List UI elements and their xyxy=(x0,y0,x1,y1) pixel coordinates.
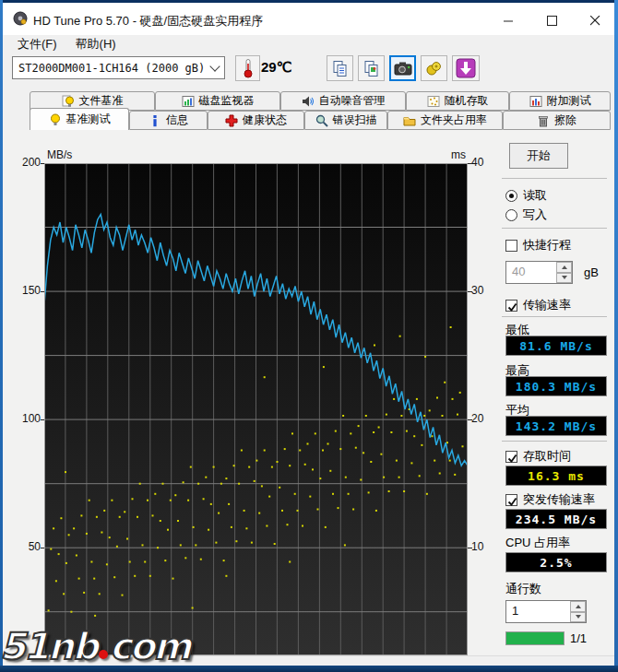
tab-disk-monitor[interactable]: 磁盘监视器 xyxy=(155,91,280,111)
access-time-dot xyxy=(281,510,283,512)
access-time-label: 存取时间 xyxy=(523,448,571,465)
access-time-dot xyxy=(126,538,128,540)
access-time-dot xyxy=(241,450,243,452)
access-time-dot xyxy=(266,525,267,527)
copy-image-button[interactable] xyxy=(358,55,385,81)
access-time-dot xyxy=(106,563,108,565)
access-time-dot xyxy=(203,498,205,500)
access-time-dot xyxy=(264,450,266,452)
access-time-dot xyxy=(297,510,299,512)
burst-rate-checkbox[interactable]: 突发传输速率 xyxy=(505,491,595,508)
tab-error-scan[interactable]: 错误扫描 xyxy=(304,111,387,130)
left-axis-tick: 150 xyxy=(17,284,41,297)
access-time-dot xyxy=(65,471,66,473)
progress-bar xyxy=(505,631,565,645)
tab-erase[interactable]: 擦除 xyxy=(503,111,611,130)
access-time-dot xyxy=(360,479,362,481)
tab-auto-acoustic[interactable]: 自动噪音管理 xyxy=(280,91,406,111)
access-time-dot xyxy=(258,513,260,514)
screenshot-button[interactable] xyxy=(389,55,416,81)
access-time-dot xyxy=(245,527,247,529)
radio-write-label: 写入 xyxy=(523,206,547,223)
access-time-dot xyxy=(350,432,351,434)
start-button[interactable]: 开始 xyxy=(509,143,568,169)
tab-health[interactable]: 健康状态 xyxy=(208,111,304,130)
checkbox-checked-icon xyxy=(505,300,517,312)
up-arrow-icon xyxy=(562,265,567,269)
access-time-dot xyxy=(439,473,441,475)
access-time-dot xyxy=(431,435,433,437)
right-axis-tick: 20 xyxy=(471,412,483,425)
radio-write[interactable]: 写入 xyxy=(505,206,547,223)
magnifier-icon xyxy=(315,114,328,127)
access-time-dot xyxy=(436,397,438,399)
tab-label: 磁盘监视器 xyxy=(199,93,255,109)
access-time-dot xyxy=(342,415,344,417)
tab-benchmark[interactable]: 基准测试 xyxy=(30,108,129,130)
radio-read[interactable]: 读取 xyxy=(505,187,547,204)
copy-icon xyxy=(331,60,349,77)
access-time-dot xyxy=(235,540,237,542)
copy-image-icon xyxy=(362,60,380,77)
access-time-dot xyxy=(352,509,354,511)
access-time-dot xyxy=(312,468,314,470)
tab-label: 文件夹占用率 xyxy=(421,112,487,128)
tab-folder-usage[interactable]: 文件夹占用率 xyxy=(387,111,503,130)
app-window: HD Tune Pro 5.70 - 硬盘/固态硬盘实用程序 文件(F) 帮助(… xyxy=(0,0,618,672)
access-time-dot xyxy=(78,578,80,580)
access-time-dot xyxy=(398,477,400,478)
access-time-dot xyxy=(317,509,319,511)
tab-extra-tests[interactable]: 附加测试 xyxy=(509,91,611,111)
access-time-dot xyxy=(220,483,222,485)
checkbox-checked-icon xyxy=(505,494,517,506)
bar-chart-icon xyxy=(182,95,195,108)
spin-up-button[interactable] xyxy=(556,262,572,273)
access-time-dot xyxy=(251,542,253,544)
menu-help[interactable]: 帮助(H) xyxy=(67,34,125,54)
copy-text-button[interactable] xyxy=(327,55,353,81)
access-time-dot xyxy=(142,544,144,546)
access-time-dot xyxy=(162,483,164,485)
drive-select[interactable]: ST2000DM001-1CH164 (2000 gB) xyxy=(12,56,225,79)
close-button[interactable] xyxy=(580,8,610,32)
access-time-checkbox[interactable]: 存取时间 xyxy=(505,448,571,465)
save-results-button[interactable] xyxy=(452,55,480,81)
pass-count-spinner[interactable]: 1 xyxy=(505,600,587,623)
speaker-icon xyxy=(302,95,315,108)
maximize-icon xyxy=(547,16,557,26)
access-time-dot xyxy=(386,414,387,416)
pass-count-label: 通行数 xyxy=(505,581,541,597)
access-time-dot xyxy=(271,466,273,468)
maximize-button[interactable] xyxy=(537,8,566,32)
access-time-dot xyxy=(362,452,364,454)
cpu-usage-label: CPU 占用率 xyxy=(505,535,570,551)
access-time-dot xyxy=(223,560,225,561)
access-time-dot xyxy=(167,529,169,531)
access-time-dot xyxy=(268,496,270,498)
transfer-rate-label: 传输速率 xyxy=(523,297,571,313)
options-button[interactable] xyxy=(421,55,447,81)
temperature-button[interactable] xyxy=(235,55,260,81)
spin-down-button[interactable] xyxy=(556,273,572,284)
short-stroke-checkbox[interactable]: 快捷行程 xyxy=(505,237,571,253)
access-time-dot xyxy=(256,460,257,462)
tab-label: 擦除 xyxy=(554,112,576,128)
cpu-usage-value: 2.5% xyxy=(505,552,607,572)
transfer-rate-checkbox[interactable]: 传输速率 xyxy=(505,297,571,313)
access-time-dot xyxy=(383,477,385,478)
health-cross-icon xyxy=(225,114,238,127)
chevron-down-icon xyxy=(209,61,220,71)
minimize-button[interactable] xyxy=(493,8,523,32)
tab-label: 信息 xyxy=(166,112,188,128)
access-time-dot xyxy=(323,366,325,368)
access-time-dot xyxy=(442,415,444,417)
spin-up-button[interactable] xyxy=(570,601,586,612)
short-stroke-size-spinner[interactable]: 40 xyxy=(505,261,573,284)
access-time-dot xyxy=(225,477,227,479)
tab-info[interactable]: 信息 xyxy=(129,111,208,130)
access-time-dot xyxy=(93,578,95,580)
access-time-dot xyxy=(197,483,199,485)
spin-down-button[interactable] xyxy=(570,612,586,623)
tab-random-access[interactable]: 随机存取 xyxy=(406,91,509,111)
menu-file[interactable]: 文件(F) xyxy=(9,34,65,54)
